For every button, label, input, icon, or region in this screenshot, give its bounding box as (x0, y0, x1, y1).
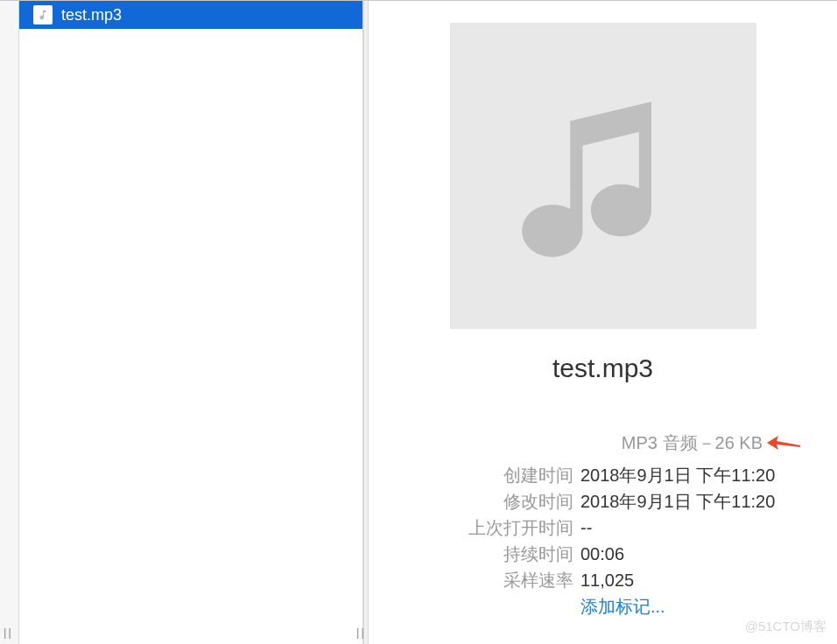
meta-label: 修改时间 (386, 488, 580, 514)
meta-row-modified: 修改时间 2018年9月1日 下午11:20 (386, 488, 811, 514)
meta-row-opened: 上次打开时间 -- (386, 514, 811, 541)
file-item[interactable]: test.mp3 (19, 1, 362, 29)
meta-label: 采样速率 (386, 567, 580, 593)
metadata-section: MP3 音频－26 KB 创建时间 2018年9月1日 下午11:20 修改时间… (386, 431, 819, 620)
resize-handle-icon[interactable]: || (4, 626, 13, 639)
arrow-annotation-icon (765, 433, 802, 452)
preview-title: test.mp3 (552, 354, 653, 383)
meta-value: -- (580, 514, 592, 541)
meta-row-duration: 持续时间 00:06 (386, 541, 811, 567)
watermark-text: @51CTO博客 (745, 619, 826, 635)
file-name: test.mp3 (61, 6, 122, 24)
meta-row-created: 创建时间 2018年9月1日 下午11:20 (386, 462, 811, 488)
add-tags-link[interactable]: 添加标记... (580, 593, 665, 620)
resize-handle-icon[interactable]: || (356, 626, 366, 639)
meta-label: 创建时间 (386, 462, 580, 488)
left-gutter (0, 1, 19, 644)
file-type-size: MP3 音频－26 KB (386, 431, 811, 455)
meta-value: 11,025 (580, 567, 634, 593)
meta-value: 2018年9月1日 下午11:20 (580, 462, 775, 488)
meta-row-tags: 添加标记... (386, 593, 811, 620)
file-list: test.mp3 (19, 1, 362, 29)
meta-value: 2018年9月1日 下午11:20 (580, 488, 775, 514)
music-note-icon (516, 80, 691, 272)
preview-thumbnail (450, 23, 756, 329)
preview-panel: test.mp3 MP3 音频－26 KB 创建时间 2018年9月1日 下午1… (369, 1, 837, 644)
meta-row-samplerate: 采样速率 11,025 (386, 567, 811, 593)
meta-label: 上次打开时间 (386, 514, 580, 541)
meta-value: 00:06 (580, 541, 624, 567)
music-file-icon (33, 5, 53, 24)
file-list-panel: test.mp3 (0, 1, 363, 644)
meta-label: 持续时间 (386, 541, 580, 567)
